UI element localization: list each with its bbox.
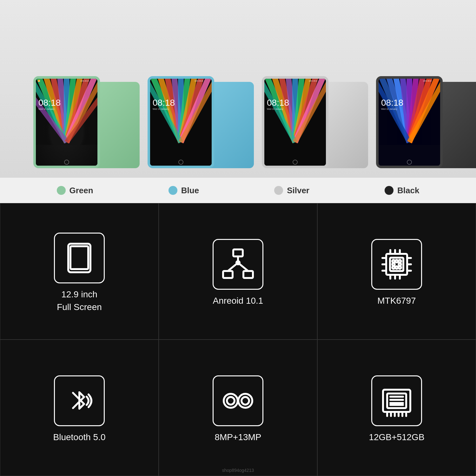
svg-rect-67: [68, 244, 90, 272]
chip-label: MTK6797: [377, 294, 416, 307]
svg-point-78: [392, 260, 395, 262]
network-icon: [221, 247, 255, 282]
tablet-group-green: 📶 100% 08:18 08:18 Wed 10 January: [10, 76, 124, 168]
camera-icon-container: [213, 375, 263, 426]
svg-text:Wed 10 January: Wed 10 January: [381, 108, 397, 110]
android-label: Anreoid 10.1: [213, 294, 263, 307]
spec-android: Anreoid 10.1: [159, 203, 317, 340]
specs-section: 12.9 inch Full Screen Anreoid 10.1: [0, 203, 476, 476]
memory-icon-container: [371, 375, 422, 426]
svg-rect-70: [223, 271, 233, 278]
svg-point-79: [395, 260, 398, 262]
tablet-group-blue: 100% 08:18 08:18 Wed 10 January: [124, 76, 238, 168]
svg-text:08:18: 08:18: [153, 98, 175, 108]
svg-text:Wed 10 January: Wed 10 January: [38, 108, 55, 110]
svg-point-81: [392, 263, 395, 266]
black-label: Black: [397, 186, 419, 195]
color-label-green: Green: [57, 186, 93, 195]
screen-icon: [62, 241, 97, 275]
blue-label: Blue: [181, 186, 199, 195]
camera-icon: [221, 383, 255, 418]
svg-point-98: [224, 394, 238, 408]
green-dot: [57, 186, 66, 195]
tablet-green: 📶 100% 08:18 08:18 Wed 10 January: [33, 76, 100, 168]
tablet-group-black: 100% 08:18 08:18 Wed 10 January: [352, 76, 466, 168]
green-label: Green: [69, 186, 93, 195]
svg-text:Wed 10 January: Wed 10 January: [153, 108, 169, 110]
spec-bluetooth: Bluetooth 5.0: [0, 340, 159, 476]
svg-point-84: [395, 266, 398, 269]
svg-point-101: [241, 397, 249, 405]
android-icon-container: [213, 239, 263, 290]
silver-dot: [274, 186, 283, 195]
svg-text:08:18: 08:18: [38, 98, 61, 108]
camera-label: 8MP+13MP: [215, 431, 261, 443]
color-label-silver: Silver: [274, 186, 309, 195]
memory-icon: [379, 383, 414, 418]
svg-text:08:18: 08:18: [267, 98, 289, 108]
screen-label: 12.9 inch Full Screen: [57, 288, 102, 313]
svg-point-80: [399, 260, 401, 262]
memory-label: 12GB+512GB: [369, 431, 424, 443]
svg-rect-69: [233, 249, 243, 256]
svg-text:08:18: 08:18: [381, 98, 403, 108]
screen-icon-container: [54, 233, 105, 283]
bluetooth-icon: [62, 383, 97, 418]
chip-icon: [379, 247, 414, 282]
svg-point-83: [392, 266, 395, 269]
silver-label: Silver: [287, 186, 309, 195]
svg-rect-71: [243, 271, 253, 278]
svg-point-85: [399, 266, 401, 269]
spec-memory: 12GB+512GB: [317, 340, 476, 476]
svg-text:100% 08:18: 100% 08:18: [80, 80, 89, 82]
spec-chip: MTK6797: [317, 203, 476, 340]
svg-point-99: [227, 397, 235, 405]
black-dot: [385, 186, 393, 195]
color-label-blue: Blue: [169, 186, 199, 195]
top-section: 📶 100% 08:18 08:18 Wed 10 January: [0, 0, 476, 178]
svg-text:100% 08:18: 100% 08:18: [195, 80, 203, 82]
tablet-blue: 100% 08:18 08:18 Wed 10 January: [148, 76, 214, 168]
bluetooth-label: Bluetooth 5.0: [53, 431, 105, 443]
svg-text:Wed 10 January: Wed 10 January: [267, 108, 283, 110]
tablet-group-silver: 100% 08:18 08:18 Wed 10 January: [238, 76, 352, 168]
svg-rect-68: [70, 246, 88, 269]
blue-dot: [169, 186, 177, 195]
svg-text:100% 08:18: 100% 08:18: [309, 80, 317, 82]
color-labels-row: Green Blue Silver Black: [0, 178, 476, 203]
spec-screen: 12.9 inch Full Screen: [0, 203, 159, 340]
svg-point-82: [399, 263, 401, 266]
svg-text:📶: 📶: [38, 80, 40, 82]
tablets-container: 📶 100% 08:18 08:18 Wed 10 January: [10, 16, 466, 168]
svg-text:100% 08:18: 100% 08:18: [423, 80, 432, 82]
svg-point-100: [238, 394, 252, 408]
color-label-black: Black: [385, 186, 419, 195]
chip-icon-container: [371, 239, 422, 290]
spec-camera: 8MP+13MP: [159, 340, 317, 476]
tablet-black: 100% 08:18 08:18 Wed 10 January: [376, 76, 443, 168]
tablet-silver: 100% 08:18 08:18 Wed 10 January: [262, 76, 328, 168]
bluetooth-icon-container: [54, 375, 105, 426]
